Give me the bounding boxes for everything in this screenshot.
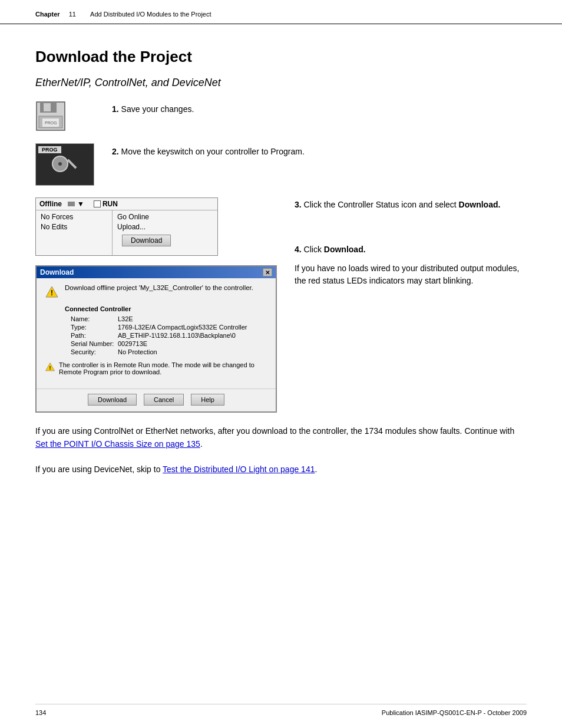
svg-text:PROG: PROG (45, 121, 57, 125)
keyswitch-icon: PROG (35, 143, 94, 186)
key-hole (58, 162, 62, 166)
run-checkbox (94, 200, 101, 207)
header-divider (80, 11, 87, 18)
dropdown-right: Go Online Upload... Download (113, 210, 217, 255)
key-circle (52, 156, 68, 172)
section-title: Download the Project (35, 48, 527, 66)
key-body (38, 156, 91, 172)
download-inline-btn[interactable]: Download (122, 235, 171, 246)
step-4-note: If you have no loads wired to your distr… (295, 262, 527, 287)
warning-triangle2-icon: ! (45, 362, 55, 373)
step-2-text: 2. Move the keyswitch on your controller… (112, 143, 527, 158)
info-row-name: Name: L32E (71, 315, 267, 322)
floppy-disk-icon: PROG (35, 101, 66, 131)
para2-text-before: If you are using DeviceNet, skip to (35, 465, 163, 474)
step-4-number: 4. (295, 245, 302, 254)
security-value: No Protection (118, 348, 267, 355)
info-row-serial: Serial Number: 0029713E (71, 340, 267, 347)
step-3-number: 3. (295, 200, 302, 209)
offline-label: Offline (39, 200, 62, 208)
path-value: AB_ETHIP-1\192.168.1.103\Backplane\0 (118, 332, 267, 339)
separator-icon: ▼ (77, 200, 84, 208)
step-2-row: PROG 2. Move the keyswitch on your contr… (35, 143, 527, 186)
step-4-text: 4. Click Download. (295, 245, 527, 254)
name-label: Name: (71, 315, 118, 322)
info-row-path: Path: AB_ETHIP-1\192.168.1.103\Backplane… (71, 332, 267, 339)
warning-triangle-icon: ! (45, 285, 59, 299)
body-paragraph-2: If you are using DeviceNet, skip to Test… (35, 463, 527, 476)
dialog-title: Download (40, 268, 74, 276)
section-subtitle: EtherNet/IP, ControlNet, and DeviceNet (35, 77, 527, 89)
step-1-description: Save your changes. (121, 104, 194, 114)
para2-text-after: . (315, 465, 317, 474)
step-3-left: Offline ▼ RUN No Forces No Edits Go Onli… (35, 197, 277, 413)
step-2-description: Move the keyswitch on your controller to… (121, 147, 305, 156)
step-4-bold: Download. (324, 245, 366, 254)
no-edits: No Edits (41, 223, 107, 231)
warning-row2: ! The controller is in Remote Run mode. … (45, 361, 267, 375)
key-stick (67, 159, 77, 169)
dropdown-left: No Forces No Edits (36, 210, 113, 255)
connected-label: Connected Controller (65, 305, 267, 312)
step-2-number: 2. (112, 147, 119, 156)
controller-info-table: Name: L32E Type: 1769-L32E/A CompactLogi… (71, 315, 267, 355)
dropdown-body: No Forces No Edits Go Online Upload... D… (36, 210, 217, 255)
path-label: Path: (71, 332, 118, 339)
svg-text:!: ! (51, 289, 53, 297)
dialog-download-button[interactable]: Download (88, 394, 137, 406)
chapter-number: 11 (69, 11, 76, 18)
security-label: Security: (71, 348, 118, 355)
main-content: Download the Project EtherNet/IP, Contro… (0, 24, 562, 523)
serial-label: Serial Number: (71, 340, 118, 347)
type-label: Type: (71, 324, 118, 331)
dialog-close-button[interactable]: ✕ (263, 268, 272, 276)
dialog-help-button[interactable]: Help (191, 394, 224, 406)
dropdown-title-row: Offline ▼ RUN (36, 198, 217, 210)
prog-label: PROG (38, 146, 61, 153)
step-1-text: 1. Save your changes. (112, 101, 527, 116)
para2-link[interactable]: Test the Distributed I/O Light on page 1… (163, 465, 315, 474)
dialog-footer: Download Cancel Help (37, 388, 276, 411)
steps-3-4: Offline ▼ RUN No Forces No Edits Go Onli… (35, 197, 527, 413)
dialog-cancel-button[interactable]: Cancel (144, 394, 184, 406)
info-row-type: Type: 1769-L32E/A CompactLogix5332E Cont… (71, 324, 267, 331)
step-2-icon: PROG (35, 143, 100, 186)
dialog-titlebar: Download ✕ (37, 266, 276, 278)
serial-value: 0029713E (118, 340, 267, 347)
download-dialog: Download ✕ ! Download offline project 'M… (35, 265, 277, 413)
type-value: 1769-L32E/A CompactLogix5332E Controller (118, 324, 267, 331)
page-number: 134 (35, 709, 46, 716)
small-icon-bar (68, 202, 75, 206)
svg-rect-2 (44, 103, 51, 111)
para1-link[interactable]: Set the POINT I/O Chassis Size on page 1… (35, 439, 200, 449)
controller-status-dropdown: Offline ▼ RUN No Forces No Edits Go Onli… (35, 197, 218, 256)
page-header: Chapter 11 Add Distributed I/O Modules t… (0, 0, 562, 24)
step-1-row: PROG 1. Save your changes. (35, 101, 527, 131)
page-footer: 134 Publication IASIMP-QS001C-EN-P - Oct… (35, 704, 527, 716)
step-1-number: 1. (112, 104, 119, 114)
download-btn-row: Download (117, 233, 213, 251)
publication-info: Publication IASIMP-QS001C-EN-P - October… (382, 709, 527, 716)
run-label: RUN (103, 200, 118, 208)
dialog-top-row: ! Download offline project 'My_L32E_Cont… (45, 284, 267, 299)
no-forces: No Forces (41, 213, 107, 221)
dialog-body: ! Download offline project 'My_L32E_Cont… (37, 278, 276, 386)
chapter-title: Add Distributed I/O Modules to the Proje… (90, 11, 211, 18)
info-row-security: Security: No Protection (71, 348, 267, 355)
name-value: L32E (118, 315, 267, 322)
upload-item[interactable]: Upload... (117, 223, 213, 231)
run-row: RUN (94, 200, 118, 208)
step-4-desc-prefix: Click (304, 245, 324, 254)
dialog-message: Download offline project 'My_L32E_Contro… (65, 284, 253, 291)
warning-text: The controller is in Remote Run mode. Th… (59, 361, 267, 375)
body-paragraph-1: If you are using ControlNet or EtherNet … (35, 424, 527, 451)
para1-text-before: If you are using ControlNet or EtherNet … (35, 426, 514, 436)
step-3-desc-prefix: Click the Controller Status icon and sel… (304, 200, 459, 209)
svg-text:!: ! (49, 365, 51, 371)
go-online-item[interactable]: Go Online (117, 213, 213, 221)
para1-text-after: . (200, 439, 203, 449)
step-1-icon: PROG (35, 101, 100, 131)
step-3-bold: Download. (459, 200, 501, 209)
chapter-separator (64, 11, 65, 18)
chapter-label: Chapter (35, 11, 60, 18)
